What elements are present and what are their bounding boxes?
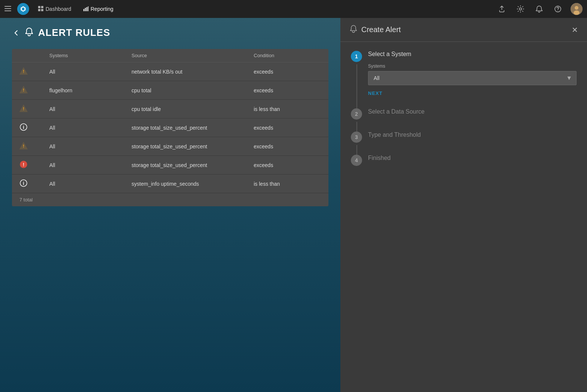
row-icon: ! — [19, 86, 49, 95]
step-1-label: Select a System — [368, 51, 577, 58]
row-condition: exceeds — [254, 69, 321, 75]
panel-body: 1 Select a System Systems All ▼ NEXT — [340, 42, 587, 392]
row-icon: ! — [19, 67, 49, 76]
row-system: All — [49, 69, 132, 75]
row-system: All — [49, 181, 132, 187]
row-source: storage total_size_used_percent — [132, 143, 254, 149]
step-2-circle: 2 — [351, 108, 362, 120]
svg-rect-1 — [4, 8, 11, 9]
row-condition: exceeds — [254, 143, 321, 149]
logo[interactable] — [17, 3, 29, 15]
svg-text:i: i — [23, 125, 24, 130]
close-button[interactable]: ✕ — [572, 25, 578, 34]
reporting-icon — [83, 6, 89, 12]
step-3: 3 Type and Threshold — [351, 132, 577, 143]
col-systems: Systems — [49, 53, 132, 58]
row-source: storage total_size_used_percent — [132, 162, 254, 168]
svg-point-16 — [574, 10, 580, 15]
svg-rect-2 — [4, 10, 11, 11]
svg-text:!: ! — [23, 162, 24, 167]
row-condition: exceeds — [254, 125, 321, 131]
svg-rect-9 — [86, 7, 87, 11]
table-row[interactable]: ! All cpu total idle is less than — [12, 100, 328, 118]
col-condition: Condition — [254, 53, 321, 58]
svg-text:!: ! — [23, 144, 24, 148]
dashboard-icon — [38, 6, 43, 12]
table-row[interactable]: i All system_info uptime_seconds is less… — [12, 175, 328, 193]
help-icon[interactable] — [552, 3, 564, 15]
row-source: network total KB/s out — [132, 69, 254, 75]
avatar[interactable] — [571, 3, 583, 15]
svg-rect-3 — [38, 6, 40, 8]
row-source: cpu total — [132, 87, 254, 93]
notification-icon[interactable] — [533, 3, 545, 15]
row-source: cpu total idle — [132, 106, 254, 112]
table-footer: 7 total — [12, 193, 328, 206]
bell-icon-header — [25, 27, 34, 38]
step-3-circle: 3 — [351, 132, 362, 143]
panel-header: Create Alert ✕ — [340, 18, 587, 42]
svg-text:!: ! — [23, 69, 24, 74]
next-button[interactable]: NEXT — [368, 90, 383, 96]
row-condition: exceeds — [254, 162, 321, 168]
row-condition: is less than — [254, 181, 321, 187]
alert-rules-table: Systems Source Condition ! All network t… — [12, 49, 328, 206]
row-condition: exceeds — [254, 87, 321, 93]
svg-point-13 — [557, 10, 558, 11]
row-system: All — [49, 143, 132, 149]
panel-bell-icon — [349, 25, 358, 35]
svg-rect-7 — [83, 9, 84, 11]
col-icon — [19, 53, 49, 58]
step-4-circle: 4 — [351, 155, 362, 166]
systems-select[interactable]: All — [368, 71, 577, 85]
svg-rect-0 — [4, 6, 11, 7]
row-condition: is less than — [254, 106, 321, 112]
row-icon: i — [19, 179, 49, 188]
panel-title-area: Create Alert — [349, 25, 401, 35]
left-panel: ALERT RULES Systems Source Condition ! A… — [0, 18, 340, 392]
row-system: All — [49, 125, 132, 131]
table-row[interactable]: ! All storage total_size_used_percent ex… — [12, 137, 328, 156]
systems-select-wrapper: All ▼ — [368, 71, 577, 85]
svg-rect-5 — [38, 9, 40, 11]
step-3-label: Type and Threshold — [368, 132, 577, 138]
upload-icon[interactable] — [496, 3, 508, 15]
dashboard-nav-item[interactable]: Dashboard — [35, 4, 74, 14]
table-header: Systems Source Condition — [12, 49, 328, 62]
topnav: Dashboard Reporting — [0, 0, 587, 18]
col-source: Source — [132, 53, 254, 58]
panel-title: Create Alert — [361, 25, 401, 34]
step-4-label: Finished — [368, 155, 577, 161]
page-title: ALERT RULES — [38, 27, 110, 38]
step-3-content: Type and Threshold — [368, 132, 577, 138]
svg-rect-10 — [88, 6, 89, 11]
back-button[interactable] — [12, 29, 20, 37]
svg-rect-4 — [41, 6, 43, 8]
svg-point-11 — [519, 8, 522, 10]
row-system: All — [49, 162, 132, 168]
create-alert-panel: Create Alert ✕ 1 Select a System Systems… — [340, 18, 587, 392]
step-4-content: Finished — [368, 155, 577, 161]
table-row[interactable]: ! flugelhorn cpu total exceeds — [12, 81, 328, 100]
settings-icon[interactable] — [515, 3, 526, 15]
dashboard-label: Dashboard — [46, 6, 71, 12]
page-header: ALERT RULES — [12, 27, 328, 38]
table-row[interactable]: i All storage total_size_used_percent ex… — [12, 118, 328, 137]
hamburger-icon[interactable] — [4, 5, 11, 13]
step-2-label: Select a Data Source — [368, 108, 577, 115]
row-icon: ! — [19, 142, 49, 151]
table-row[interactable]: ! All network total KB/s out exceeds — [12, 62, 328, 81]
step-1-circle: 1 — [351, 51, 362, 62]
step-2: 2 Select a Data Source — [351, 108, 577, 120]
row-system: All — [49, 106, 132, 112]
row-system: flugelhorn — [49, 87, 132, 93]
svg-rect-8 — [85, 8, 86, 11]
step-2-content: Select a Data Source — [368, 108, 577, 115]
reporting-nav-item[interactable]: Reporting — [80, 4, 117, 14]
step-1-expanded: Systems All ▼ NEXT — [368, 64, 577, 96]
table-row[interactable]: ! All storage total_size_used_percent ex… — [12, 156, 328, 175]
row-icon: i — [19, 123, 49, 132]
row-icon: ! — [19, 104, 49, 114]
total-count: 7 total — [19, 197, 33, 203]
svg-text:i: i — [23, 181, 24, 186]
